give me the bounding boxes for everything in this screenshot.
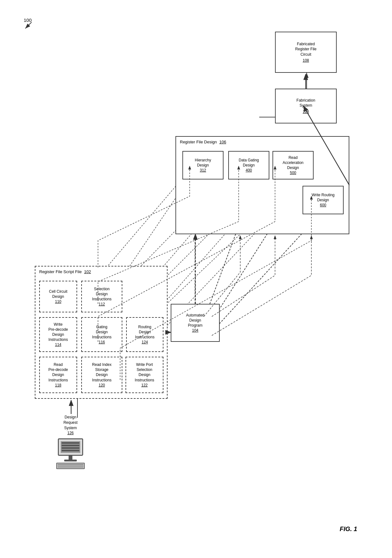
data-gating-design-box: Data Gating Design 400 <box>228 151 269 179</box>
dgd-ref: 400 <box>239 168 259 173</box>
adp-ref: 104 <box>186 328 204 333</box>
diagram-container: 100 Fabricated Register File Circuit 108… <box>0 0 392 558</box>
hd-ref: 312 <box>195 168 211 173</box>
gating-design-instructions-box: Gating Design Instructions 116 <box>81 317 122 352</box>
read-index-storage-box: Read Index Storage Design Instructions 1… <box>81 357 122 393</box>
rdi-title: Routing Design Instructions <box>135 324 154 340</box>
wrd-ref: 600 <box>312 203 334 208</box>
ccd-ref: 110 <box>49 299 67 304</box>
ccd-title: Cell Circuit Design <box>49 289 67 299</box>
ref-100-arrow <box>24 17 43 33</box>
sdi-title: Selection Design Instructions <box>92 286 111 302</box>
rpd-ref: 118 <box>48 383 68 388</box>
rpd-title: Read Pre-decode Design Instructions <box>48 362 68 383</box>
wps-ref: 122 <box>135 383 154 388</box>
hierarchy-design-box: Hierarchy Design 312 <box>182 151 224 179</box>
ris-ref: 120 <box>92 383 111 388</box>
write-port-selection-box: Write Port Selection Design Instructions… <box>126 357 163 393</box>
wrd-title: Write Routing Design <box>312 192 334 203</box>
read-predecode-box: Read Pre-decode Design Instructions 118 <box>39 357 77 393</box>
svg-line-7 <box>209 222 313 335</box>
ris-title: Read Index Storage Design Instructions <box>92 362 111 383</box>
figure-label: FIG. 1 <box>340 525 357 533</box>
wpd-ref: 114 <box>48 342 68 347</box>
svg-line-18 <box>25 22 32 28</box>
fabricated-register-file-circuit-box: Fabricated Register File Circuit 108 <box>275 32 337 73</box>
dgd-title: Data Gating Design <box>239 158 259 168</box>
adp-title: Automated Design Program <box>186 313 204 328</box>
selection-design-instructions-box: Selection Design Instructions 112 <box>81 281 122 312</box>
svg-line-5 <box>209 222 240 307</box>
rad-ref: 500 <box>283 170 303 175</box>
design-request-system-label: Design Request System 126 <box>47 415 94 469</box>
sdi-ref: 112 <box>92 302 111 307</box>
fabrication-title: Fabrication System <box>297 98 315 108</box>
rad-title: Read Acceleration Design <box>283 155 303 171</box>
write-routing-design-box: Write Routing Design 600 <box>303 186 344 214</box>
rfs-title: Register File Script File <box>39 269 82 274</box>
read-acceleration-design-box: Read Acceleration Design 500 <box>273 151 314 179</box>
rdi-ref: 124 <box>135 340 154 345</box>
rfd-title: Register File Design <box>180 140 217 144</box>
automated-design-program-box: Automated Design Program 104 <box>171 304 220 342</box>
fabrication-system-box: Fabrication System 128 <box>275 89 337 123</box>
fabrication-ref: 128 <box>297 109 315 114</box>
gdi-ref: 116 <box>92 340 111 345</box>
drs-ref: 126 <box>47 430 94 436</box>
rfs-ref: 102 <box>84 269 91 274</box>
wpd-title: Write Pre-decode Design Instructions <box>48 322 68 342</box>
drs-title: Design Request System <box>47 415 94 430</box>
write-predecode-box: Write Pre-decode Design Instructions 114 <box>39 317 77 352</box>
register-file-design-box: Register File Design 106 Hierarchy Desig… <box>175 136 349 234</box>
cell-circuit-design-box: Cell Circuit Design 110 <box>39 281 77 312</box>
fabricated-ref: 108 <box>295 58 316 63</box>
routing-design-instructions-box: Routing Design Instructions 124 <box>126 317 163 352</box>
hd-title: Hierarchy Design <box>195 158 211 168</box>
rfd-ref: 106 <box>219 140 226 144</box>
wps-title: Write Port Selection Design Instructions <box>135 362 154 383</box>
fabricated-title: Fabricated Register File Circuit <box>295 41 316 57</box>
gdi-title: Gating Design Instructions <box>92 324 111 340</box>
register-file-script-box: Register File Script File 102 Cell Circu… <box>35 266 168 399</box>
